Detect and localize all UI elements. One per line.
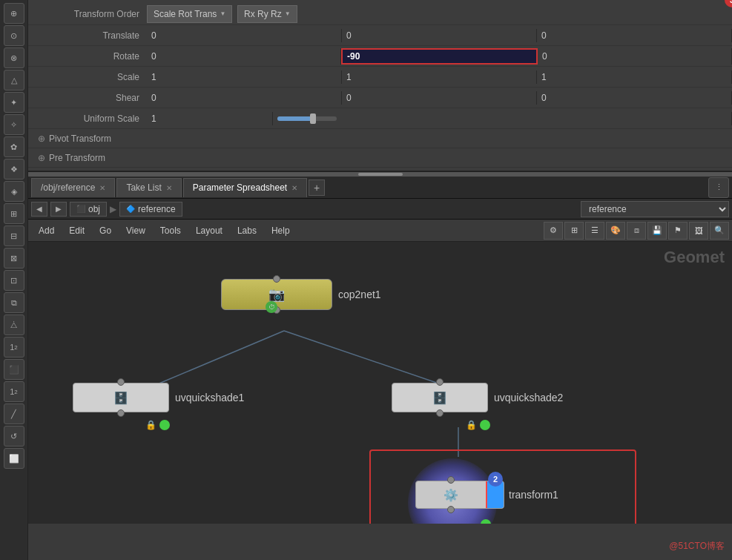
menu-labs[interactable]: Labs [230,223,264,239]
uniform-scale-label: Uniform Scale [28,113,147,124]
toolbar-icon-12[interactable]: ⊡ [4,270,24,291]
toolbar-icon-2[interactable]: ⊗ [4,47,24,68]
rotate-y-cell[interactable]: -90 3 [341,48,538,65]
cop2net1-top-connector[interactable] [273,275,280,283]
toolbar-icon-3[interactable]: △ [4,70,24,90]
uniform-scale-slider[interactable] [277,116,337,121]
tab-obj-reference[interactable]: /obj/reference ✕ [31,178,115,197]
tab-add-button[interactable]: + [309,179,325,196]
uvquickshade1-box[interactable]: 🗄️ [73,383,169,412]
nav-forward-button[interactable]: ▶ [50,202,67,217]
toolbar-icon-20[interactable]: ⬜ [4,448,24,469]
translate-z-cell[interactable]: 0 [537,29,732,42]
transform1-top-connector[interactable] [447,476,455,484]
shear-z-cell[interactable]: 0 [537,91,732,105]
tab-parameter-spreadsheet-close[interactable]: ✕ [291,184,297,192]
menu-icon-image[interactable]: 🖼 [689,222,708,240]
toolbar-icon-5[interactable]: ✧ [4,114,24,135]
menu-icon-list[interactable]: ☰ [585,222,604,240]
toolbar-icon-7[interactable]: ❖ [4,159,24,179]
tab-obj-reference-close[interactable]: ✕ [99,184,105,192]
uvquickshade1-node[interactable]: 🗄️ uvquickshade1 [73,383,244,412]
toolbar-icon-13[interactable]: ⧉ [4,292,24,313]
shear-x-value: 0 [151,93,156,103]
menu-icon-snap[interactable]: ⧈ [627,222,646,240]
tab-take-list[interactable]: Take List ✕ [116,178,181,197]
breadcrumb-path-dropdown[interactable]: reference [581,201,729,217]
toolbar-icon-6[interactable]: ✿ [4,136,24,157]
toolbar-icon-9[interactable]: ⊞ [4,203,24,224]
scale-y-cell[interactable]: 1 [342,70,537,84]
rotate-x-value: 0 [151,51,156,62]
slider-thumb[interactable] [310,113,316,124]
toolbar-icon-14[interactable]: ⧊ [4,314,24,335]
menu-icon-search[interactable]: 🔍 [710,222,729,240]
uvquickshade2-node[interactable]: 🗄️ uvquickshade2 [392,383,563,412]
uvquickshade2-top-connector[interactable] [436,378,444,386]
menu-icon-flag[interactable]: ⚑ [668,222,688,240]
transform1-selected-area: ⚙️ transform1 2 [369,449,636,524]
toolbar-icon-15[interactable]: 12 [4,337,24,358]
uniform-scale-slider-cell[interactable] [273,112,732,125]
menu-add[interactable]: Add [31,223,62,239]
scale-x-cell[interactable]: 1 [147,70,342,84]
rotate-z-cell[interactable]: 0 [538,48,732,65]
menu-tools[interactable]: Tools [153,223,188,239]
toolbar-icon-8[interactable]: ◈ [4,181,24,202]
tabs-bar: /obj/reference ✕ Take List ✕ Parameter S… [28,177,732,199]
cop2net1-node[interactable]: 📷 cop2net1 ⏱ [221,279,381,310]
toolbar-icon-4[interactable]: ✦ [4,92,24,113]
menu-icons-group: ⚙ ⊞ ☰ 🎨 ⧈ 💾 ⚑ 🖼 🔍 [544,222,729,240]
toolbar-icon-17[interactable]: 12 [4,381,24,402]
scale-x-value: 1 [151,72,156,82]
toolbar-icon-11[interactable]: ⊠ [4,248,24,269]
translate-x-cell[interactable]: 0 [147,29,342,42]
nav-back-button[interactable]: ◀ [31,202,47,217]
breadcrumb-reference-label: reference [138,204,176,214]
breadcrumb-obj-label: obj [88,204,100,214]
rotate-x-cell[interactable]: 0 [147,48,341,65]
scale-z-cell[interactable]: 1 [537,70,732,84]
transform1-node[interactable]: ⚙️ transform1 [415,481,558,509]
shear-x-cell[interactable]: 0 [147,91,342,105]
uvquickshade2-box[interactable]: 🗄️ [392,383,488,412]
toolbar-icon-0[interactable]: ⊕ [4,3,24,24]
menu-icon-color[interactable]: 🎨 [606,222,625,240]
tab-take-list-close[interactable]: ✕ [166,184,172,192]
menu-icon-save[interactable]: 💾 [647,222,667,240]
menu-edit[interactable]: Edit [62,223,92,239]
shear-values: 0 0 0 [147,91,732,105]
toolbar-icon-18[interactable]: ╱ [4,403,24,424]
translate-y-cell[interactable]: 0 [342,29,537,42]
shear-y-cell[interactable]: 0 [342,91,537,105]
transform1-bottom-connector[interactable] [447,506,455,513]
network-view[interactable]: Geomet 📷 cop2net1 ⏱ [28,242,732,524]
toolbar-icon-10[interactable]: ⊟ [4,225,24,246]
pre-plus-icon[interactable]: ⊕ [34,153,49,163]
menu-go[interactable]: Go [92,223,119,239]
badge-2: 2 [488,472,503,487]
breadcrumb-reference[interactable]: 🔷 reference [119,202,182,217]
panel-options-icon[interactable]: ⋮ [708,177,729,198]
breadcrumb-obj[interactable]: ⬛ obj [70,202,107,217]
uniform-scale-cell[interactable]: 1 [147,112,273,125]
menu-layout[interactable]: Layout [188,223,230,239]
uvquickshade1-bottom-connector[interactable] [117,409,125,417]
scale-label: Scale [28,72,147,82]
menu-icon-grid[interactable]: ⊞ [564,222,584,240]
uvquickshade1-label: uvquickshade1 [175,392,244,403]
transform-order-dropdown[interactable]: Scale Rot Trans ▼ [147,5,232,23]
toolbar-icon-16[interactable]: ⬛ [4,359,24,380]
left-toolbar: ⊕ ⊙ ⊗ △ ✦ ✧ ✿ ❖ ◈ ⊞ ⊟ ⊠ ⊡ ⧉ ⧊ 12 ⬛ 12 ╱ … [0,0,28,560]
translate-label: Translate [28,30,147,41]
uvquickshade2-bottom-connector[interactable] [436,409,444,417]
menu-icon-settings[interactable]: ⚙ [544,222,563,240]
toolbar-icon-19[interactable]: ↺ [4,426,24,447]
uvquickshade1-top-connector[interactable] [117,378,125,386]
rotate-order-dropdown[interactable]: Rx Ry Rz ▼ [237,5,297,23]
pivot-plus-icon[interactable]: ⊕ [34,134,49,144]
menu-help[interactable]: Help [264,223,297,239]
menu-view[interactable]: View [119,223,153,239]
tab-parameter-spreadsheet[interactable]: Parameter Spreadsheet ✕ [183,178,307,197]
toolbar-icon-1[interactable]: ⊙ [4,25,24,46]
